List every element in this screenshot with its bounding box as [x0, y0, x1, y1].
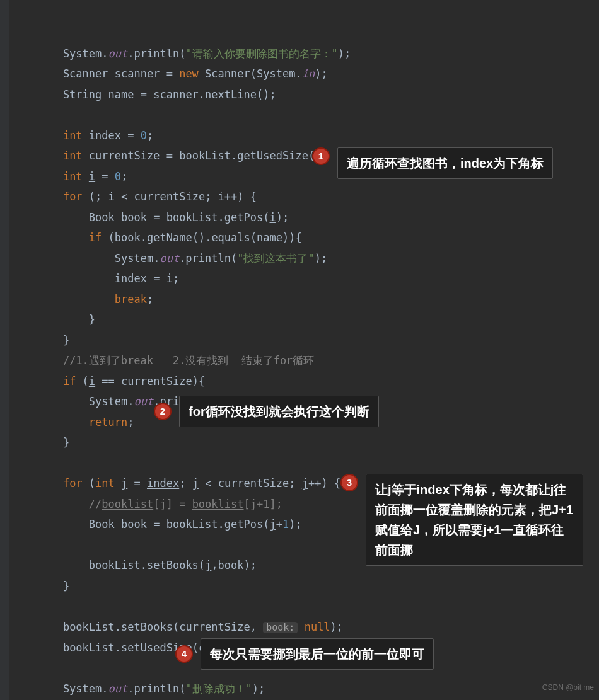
annotation-callout-2: 2 for循环没找到就会执行这个判断 — [154, 396, 379, 427]
code-line: //booklist[j] = booklist[j+1]; — [11, 498, 282, 510]
annotation-callout-4: 4 每次只需要挪到最后一位的前一位即可 — [175, 638, 434, 670]
code-line: for (; i < currentSize; i++) { — [11, 190, 257, 203]
code-line: } — [11, 313, 95, 326]
annotation-callout-3: 3 让j等于index下角标，每次都让j往前面挪一位覆盖删除的元素，把J+1赋值… — [340, 474, 583, 566]
code-line: int i = 0; — [11, 170, 127, 183]
code-line: String name = scanner.nextLine(); — [11, 88, 276, 101]
annotation-badge: 3 — [340, 474, 358, 491]
code-line: System.out.println("删除成功！"); — [11, 682, 265, 695]
code-line: int index = 0; — [11, 129, 153, 142]
code-line: return; — [11, 416, 134, 428]
annotation-badge: 1 — [312, 147, 330, 165]
code-line: bookList.setBooks(j,book); — [11, 559, 257, 571]
code-line: //1.遇到了break 2.没有找到 结束了for循环 — [11, 354, 314, 367]
code-line: } — [11, 580, 69, 592]
editor-gutter — [0, 0, 9, 700]
code-line: } — [11, 334, 69, 347]
annotation-text: for循环没找到就会执行这个判断 — [179, 396, 379, 427]
code-line: break; — [11, 293, 153, 306]
code-line: } — [11, 436, 69, 449]
annotation-text: 遍历循环查找图书，index为下角标 — [337, 147, 553, 179]
annotation-badge: 2 — [154, 403, 172, 420]
annotation-badge: 4 — [175, 645, 193, 663]
code-line: Book book = bookList.getPos(j+1); — [11, 518, 302, 531]
code-line: System.out.println("找到这本书了"); — [11, 252, 327, 265]
code-line: index = i; — [11, 272, 179, 285]
code-line: System.out.println("请输入你要删除图书的名字："); — [11, 47, 351, 60]
code-line: Scanner scanner = new Scanner(System.in)… — [11, 67, 328, 80]
code-line: int currentSize = bookList.getUsedSize()… — [11, 149, 328, 162]
code-line: if (book.getName().equals(name)){ — [11, 231, 302, 244]
watermark-text: CSDN @bit me — [542, 677, 594, 698]
annotation-text: 每次只需要挪到最后一位的前一位即可 — [201, 638, 434, 670]
code-block: System.out.println("请输入你要删除图书的名字："); Sca… — [11, 0, 351, 700]
annotation-text: 让j等于index下角标，每次都让j往前面挪一位覆盖删除的元素，把J+1赋值给J… — [366, 474, 583, 566]
code-line: Book book = bookList.getPos(i); — [11, 211, 289, 224]
annotation-callout-1: 1 遍历循环查找图书，index为下角标 — [312, 147, 553, 179]
code-line: if (i == currentSize){ — [11, 375, 205, 387]
code-line: for (int j = index; j < currentSize; j++… — [11, 477, 340, 490]
code-line: bookList.setBooks(currentSize, book: nul… — [11, 621, 343, 633]
